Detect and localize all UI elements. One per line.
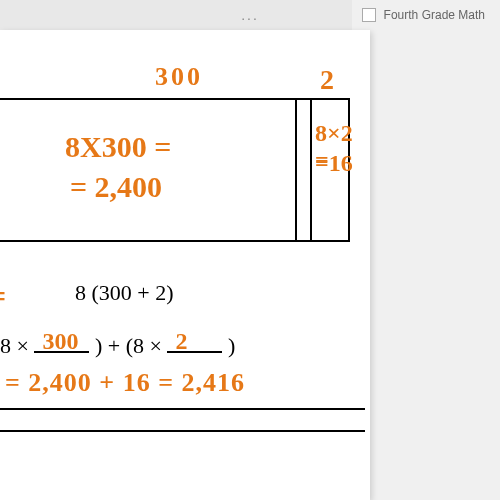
printed-suffix: ) (222, 333, 235, 358)
handwritten-300-label: 300 (155, 62, 203, 92)
handwritten-8x300: 8X300 = (65, 130, 171, 164)
ellipsis-menu[interactable]: ... (241, 7, 259, 23)
area-box-bottom (0, 240, 350, 242)
printed-mid: ) + (8 × (89, 333, 167, 358)
top-toolbar: ... Fourth Grade Math (0, 0, 500, 30)
handwritten-sum-line: = 2,400 + 16 = 2,416 (5, 368, 245, 398)
horizontal-divider-2 (0, 430, 365, 432)
blank-1: 300 (34, 333, 89, 353)
handwritten-fill-300: 300 (42, 328, 78, 355)
document-tab[interactable]: Fourth Grade Math (352, 0, 500, 30)
horizontal-divider-1 (0, 408, 365, 410)
area-box-top (0, 98, 350, 100)
handwritten-2-label: 2 (320, 64, 334, 96)
printed-fill-expression: 8 × 300 ) + (8 × 2 ) (0, 333, 370, 359)
document-page: 300 2 8X300 = = 2,400 8×2 = =16 = 8 (300… (0, 30, 370, 500)
handwritten-16: =16 (315, 150, 353, 177)
handwritten-equals-1: = (0, 278, 6, 315)
handwritten-fill-2: 2 (175, 328, 187, 355)
blank-2: 2 (167, 333, 222, 353)
tab-label: Fourth Grade Math (384, 8, 485, 22)
tab-checkbox-icon (362, 8, 376, 22)
handwritten-2400: = 2,400 (70, 170, 162, 204)
printed-distributive: 8 (300 + 2) (75, 280, 174, 306)
area-box-divider-1 (295, 98, 297, 242)
printed-prefix: 8 × (0, 333, 34, 358)
area-box-divider-2 (310, 98, 312, 242)
